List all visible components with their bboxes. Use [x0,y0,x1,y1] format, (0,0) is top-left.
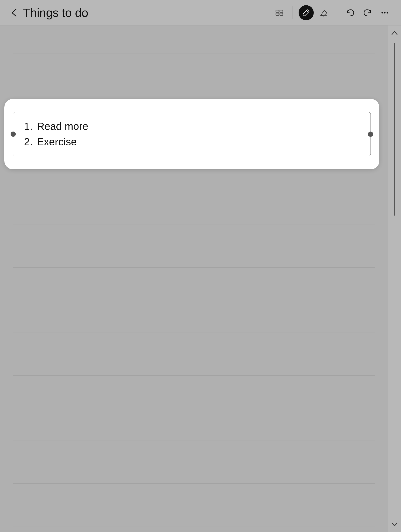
back-button[interactable]: Things to do [9,6,88,20]
rule-line [13,310,375,311]
list-number-1: 1. [24,119,33,134]
cards-tool-button[interactable] [272,5,287,20]
list-item: 1. Read more [24,119,360,134]
toolbar-separator [293,6,293,19]
redo-button[interactable] [360,5,375,20]
page-title: Things to do [23,6,88,20]
list-text-2: Exercise [37,134,77,150]
rule-line [13,462,375,462]
rule-line [13,289,375,289]
rule-line [13,375,375,376]
eraser-tool-button[interactable] [316,5,331,20]
list-number-2: 2. [24,134,33,150]
more-button[interactable] [377,5,392,20]
svg-rect-3 [280,13,283,15]
rule-line [13,440,375,440]
rule-line [13,54,375,54]
rule-line [13,267,375,268]
text-box-container[interactable]: 1. Read more 2. Exercise [4,99,379,169]
toolbar-center [272,5,392,20]
rule-line [13,483,375,484]
rule-line [13,224,375,224]
undo-button[interactable] [343,5,358,20]
list-text-1: Read more [37,119,88,134]
rule-line [13,97,375,97]
list-item: 2. Exercise [24,134,360,150]
svg-point-6 [384,12,386,13]
rule-line [13,505,375,505]
svg-rect-0 [276,10,279,12]
svg-point-7 [387,12,388,13]
toolbar-left: Things to do [9,6,272,20]
svg-rect-1 [280,10,283,12]
rule-line [13,397,375,397]
rule-line [13,203,375,203]
scrollbar-track [388,25,401,532]
text-box-inner: 1. Read more 2. Exercise [13,112,371,156]
scroll-up-button[interactable] [389,28,400,38]
svg-rect-2 [276,13,279,15]
pen-tool-button[interactable] [299,5,314,20]
svg-point-5 [382,12,383,13]
toolbar-separator-2 [337,6,337,19]
rule-line [13,246,375,246]
toolbar: Things to do [0,0,401,25]
scrollbar-thumb[interactable] [394,43,395,215]
selection-handle-left[interactable] [11,132,16,137]
rule-line [13,354,375,354]
canvas-area: 1. Read more 2. Exercise [0,25,388,532]
rule-line [13,332,375,332]
scroll-down-button[interactable] [389,519,400,530]
selection-handle-right[interactable] [368,132,373,137]
